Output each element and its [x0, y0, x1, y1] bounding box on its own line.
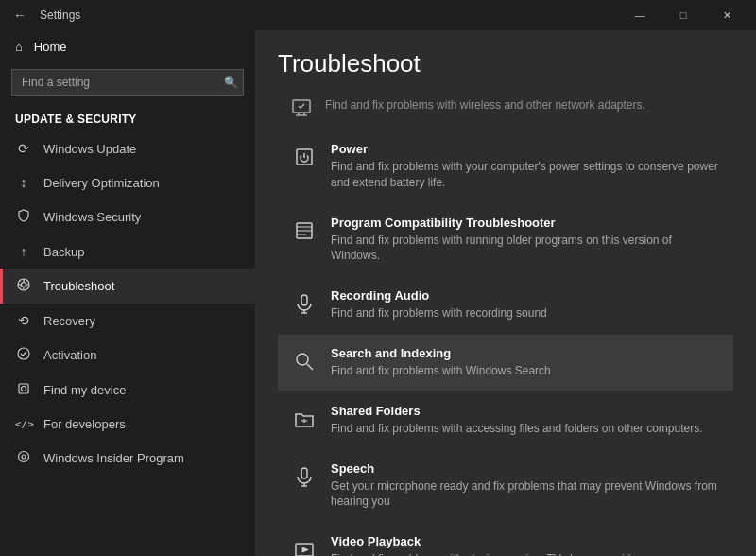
svg-rect-25 — [301, 468, 307, 478]
for-developers-icon: </> — [15, 418, 32, 430]
content-area: Troubleshoot Find and fix problems with … — [255, 30, 756, 556]
shared-folders-icon — [291, 406, 318, 432]
video-playback-icon — [291, 536, 318, 556]
video-playback-title: Video Playback — [331, 534, 720, 548]
back-button[interactable]: ← — [8, 6, 32, 25]
titlebar-title: Settings — [40, 9, 80, 22]
search-indexing-description: Find and fix problems with Windows Searc… — [331, 363, 720, 379]
app-container: ⌂ Home 🔍 Update & Security ⟳ Windows Upd… — [0, 30, 756, 556]
page-title: Troubleshoot — [278, 49, 733, 78]
troubleshoot-item-search-indexing[interactable]: Search and Indexing Find and fix problem… — [278, 335, 733, 391]
power-text: Power Find and fix problems with your co… — [331, 142, 720, 191]
shared-folders-text: Shared Folders Find and fix problems wit… — [331, 404, 720, 437]
find-my-device-icon — [15, 382, 32, 398]
search-icon: 🔍 — [224, 76, 238, 89]
partial-description: Find and fix problems with wireless and … — [325, 97, 720, 113]
search-input[interactable] — [11, 69, 244, 96]
svg-point-1 — [22, 283, 26, 287]
troubleshoot-item-video-playback[interactable]: Video Playback Find and fix problems wit… — [278, 523, 733, 556]
minimize-button[interactable]: — — [618, 0, 662, 30]
power-description: Find and fix problems with your computer… — [331, 159, 720, 191]
recording-audio-text: Recording Audio Find and fix problems wi… — [331, 288, 720, 321]
sidebar-item-recovery[interactable]: ⟲ Recovery — [0, 304, 255, 338]
search-indexing-icon — [291, 348, 318, 374]
program-compatibility-title: Program Compatibility Troubleshooter — [331, 216, 720, 230]
svg-rect-7 — [19, 384, 28, 393]
maximize-button[interactable]: □ — [662, 0, 705, 30]
partial-text: Find and fix problems with wireless and … — [325, 97, 720, 113]
titlebar-left: ← Settings — [8, 6, 80, 25]
troubleshoot-icon — [15, 278, 32, 294]
speech-text: Speech Get your microphone ready and fix… — [331, 461, 720, 511]
recording-audio-description: Find and fix problems with recording sou… — [331, 305, 720, 321]
svg-point-10 — [22, 455, 26, 459]
svg-point-8 — [22, 387, 26, 391]
svg-marker-29 — [302, 547, 308, 552]
sidebar-item-activation[interactable]: Activation — [0, 338, 255, 373]
sidebar-item-label: Windows Security — [43, 210, 141, 224]
sidebar-item-windows-security[interactable]: Windows Security — [0, 200, 255, 235]
shared-folders-title: Shared Folders — [331, 404, 720, 418]
windows-insider-icon — [15, 450, 32, 466]
sidebar-item-backup[interactable]: ↑ Backup — [0, 235, 255, 269]
home-icon: ⌂ — [15, 40, 23, 54]
close-button[interactable]: ✕ — [705, 0, 748, 30]
sidebar-item-find-my-device[interactable]: Find my device — [0, 373, 255, 408]
sidebar-item-home[interactable]: ⌂ Home — [0, 30, 255, 63]
sidebar-section-title: Update & Security — [0, 105, 255, 131]
video-playback-text: Video Playback Find and fix problems wit… — [331, 534, 720, 556]
recording-audio-icon — [291, 290, 318, 317]
power-icon — [291, 144, 318, 170]
sidebar-item-windows-insider[interactable]: Windows Insider Program — [0, 441, 255, 476]
speech-description: Get your microphone ready and fix proble… — [331, 478, 720, 511]
partial-item: Find and fix problems with wireless and … — [278, 94, 733, 130]
svg-point-21 — [297, 354, 308, 365]
speech-icon — [291, 463, 318, 490]
video-playback-description: Find and fix problems with playing movie… — [331, 551, 720, 556]
sidebar-item-label: Find my device — [43, 383, 126, 397]
partial-icon — [291, 97, 312, 121]
windows-security-icon — [15, 209, 32, 225]
sidebar-item-label: Windows Update — [43, 142, 136, 156]
troubleshoot-item-program-compatibility[interactable]: Program Compatibility Troubleshooter Fin… — [278, 204, 733, 276]
sidebar-item-label: Troubleshoot — [43, 279, 114, 293]
sidebar-item-label: For developers — [43, 417, 126, 431]
program-compatibility-text: Program Compatibility Troubleshooter Fin… — [331, 216, 720, 265]
home-label: Home — [34, 40, 67, 54]
svg-rect-18 — [301, 295, 307, 305]
sidebar-item-delivery-optimization[interactable]: ↕ Delivery Optimization — [0, 165, 255, 200]
sidebar-item-for-developers[interactable]: </> For developers — [0, 408, 255, 441]
sidebar-item-windows-update[interactable]: ⟳ Windows Update — [0, 131, 255, 165]
backup-icon: ↑ — [15, 244, 32, 259]
troubleshoot-item-shared-folders[interactable]: Shared Folders Find and fix problems wit… — [278, 392, 733, 448]
sidebar-item-label: Delivery Optimization — [43, 176, 160, 190]
recovery-icon: ⟲ — [15, 313, 32, 328]
search-indexing-title: Search and Indexing — [331, 346, 720, 360]
svg-point-9 — [19, 452, 29, 462]
troubleshoot-item-power[interactable]: Power Find and fix problems with your co… — [278, 130, 733, 202]
sidebar-item-troubleshoot[interactable]: Troubleshoot — [0, 269, 255, 304]
delivery-optimization-icon: ↕ — [15, 175, 32, 190]
activation-icon — [15, 347, 32, 363]
recording-audio-title: Recording Audio — [331, 288, 720, 303]
sidebar-item-label: Windows Insider Program — [43, 451, 184, 465]
program-compatibility-description: Find and fix problems with running older… — [331, 233, 720, 265]
windows-update-icon: ⟳ — [15, 141, 32, 156]
sidebar-item-label: Backup — [43, 245, 84, 259]
svg-point-6 — [18, 348, 29, 359]
search-indexing-text: Search and Indexing Find and fix problem… — [331, 346, 720, 379]
sidebar: ⌂ Home 🔍 Update & Security ⟳ Windows Upd… — [0, 30, 255, 556]
speech-title: Speech — [331, 461, 720, 476]
sidebar-item-label: Recovery — [43, 314, 95, 328]
troubleshoot-item-recording-audio[interactable]: Recording Audio Find and fix problems wi… — [278, 277, 733, 333]
sidebar-item-label: Activation — [43, 348, 96, 362]
troubleshoot-item-speech[interactable]: Speech Get your microphone ready and fix… — [278, 450, 733, 522]
program-compatibility-icon — [291, 217, 318, 244]
power-title: Power — [331, 142, 720, 156]
shared-folders-description: Find and fix problems with accessing fil… — [331, 421, 720, 437]
titlebar: ← Settings — □ ✕ — [0, 0, 756, 30]
search-box: 🔍 — [11, 69, 244, 96]
svg-line-22 — [307, 364, 313, 370]
titlebar-controls: — □ ✕ — [618, 0, 748, 30]
